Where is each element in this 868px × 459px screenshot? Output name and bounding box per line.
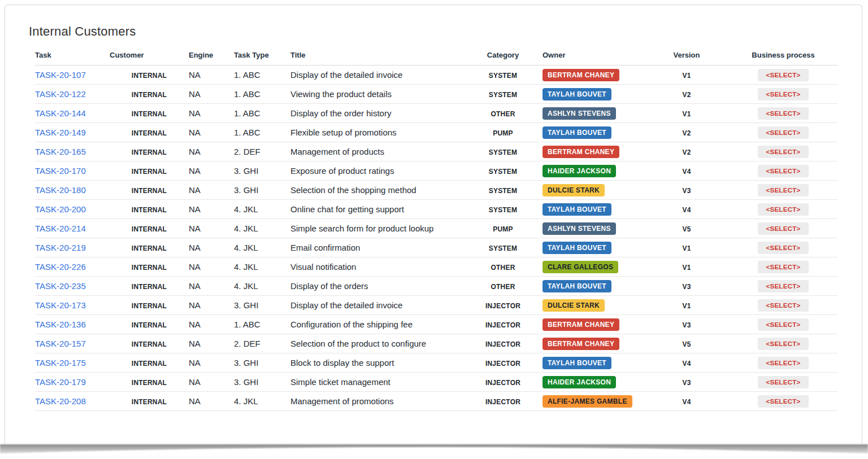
version-label: V1 [682, 244, 691, 252]
cell-version: V2 [644, 123, 729, 142]
task-link[interactable]: TASK-20-214 [35, 224, 86, 233]
title-label: Simple ticket management [290, 377, 390, 387]
business-process-select-button[interactable]: <SELECT> [758, 376, 808, 388]
cell-engine: NA [189, 392, 234, 411]
cell-version: V1 [644, 104, 729, 123]
business-process-select-button[interactable]: <SELECT> [758, 338, 808, 350]
title-label: Viewing the product details [290, 89, 392, 99]
cell-customer: INTERNAL [110, 392, 189, 411]
customer-label: INTERNAL [132, 244, 167, 252]
tasks-table: TaskCustomerEngineTask TypeTitleCategory… [35, 50, 837, 411]
customer-label: INTERNAL [132, 110, 167, 118]
task-link[interactable]: TASK-20-157 [35, 339, 86, 348]
cell-customer: INTERNAL [110, 315, 189, 334]
business-process-select-button[interactable]: <SELECT> [758, 357, 808, 369]
task-link[interactable]: TASK-20-165 [35, 147, 86, 156]
cell-task_type: 4. JKL [234, 200, 290, 219]
customer-label: INTERNAL [132, 148, 167, 156]
task-link[interactable]: TASK-20-208 [35, 396, 86, 406]
cell-task: TASK-20-226 [35, 257, 110, 277]
category-label: PUMP [493, 129, 513, 137]
business-process-select-button[interactable]: <SELECT> [758, 280, 808, 292]
column-header-task: Task [35, 50, 110, 65]
cell-customer: INTERNAL [110, 161, 189, 181]
business-process-select-button[interactable]: <SELECT> [758, 165, 808, 177]
cell-owner: DULCIE STARK [542, 181, 644, 200]
task-link[interactable]: TASK-20-175 [35, 358, 86, 368]
cell-title: Selection of the shopping method [290, 181, 463, 200]
task-link[interactable]: TASK-20-170 [35, 166, 86, 176]
cell-customer: INTERNAL [110, 200, 189, 219]
business-process-select-button[interactable]: <SELECT> [758, 299, 808, 312]
column-header-owner: Owner [542, 50, 644, 65]
category-label: PUMP [493, 225, 513, 233]
owner-badge: ALFIE-JAMES GAMBLE [542, 395, 632, 408]
customer-label: INTERNAL [132, 360, 167, 368]
task-link[interactable]: TASK-20-136 [35, 320, 86, 329]
cell-owner: BERTRAM CHANEY [542, 334, 644, 353]
cell-category: INJECTOR [463, 392, 542, 411]
business-process-select-button[interactable]: <SELECT> [758, 203, 808, 216]
cell-business_process: <SELECT> [729, 104, 837, 123]
business-process-select-button[interactable]: <SELECT> [758, 88, 808, 100]
cell-engine: NA [189, 219, 234, 238]
cell-business_process: <SELECT> [729, 257, 837, 277]
task-link[interactable]: TASK-20-173 [35, 300, 86, 310]
page-background: Internal Customers TaskCustomerEngineTas… [0, 0, 868, 459]
task-link[interactable]: TASK-20-219 [35, 243, 86, 252]
cell-title: Display of the orders [290, 277, 463, 296]
version-label: V3 [682, 187, 691, 195]
business-process-select-button[interactable]: <SELECT> [758, 222, 808, 235]
task-link[interactable]: TASK-20-144 [35, 108, 86, 118]
business-process-select-button[interactable]: <SELECT> [758, 261, 808, 273]
business-process-select-button[interactable]: <SELECT> [758, 107, 808, 120]
business-process-select-button[interactable]: <SELECT> [758, 126, 808, 139]
category-label: INJECTOR [485, 302, 520, 310]
version-label: V3 [682, 379, 691, 387]
version-label: V2 [682, 148, 691, 156]
engine-label: NA [189, 204, 201, 214]
cell-category: PUMP [463, 219, 542, 238]
task-link[interactable]: TASK-20-179 [35, 377, 86, 387]
cell-business_process: <SELECT> [729, 219, 837, 238]
cell-owner: ALFIE-JAMES GAMBLE [542, 392, 644, 411]
cell-version: V3 [644, 277, 729, 296]
column-header-business_process: Business process [729, 50, 837, 65]
title-label: Management of products [290, 147, 384, 156]
cell-owner: BERTRAM CHANEY [542, 142, 644, 161]
cell-version: V1 [644, 257, 729, 277]
cell-title: Management of promotions [290, 392, 463, 411]
column-header-version: Version [644, 50, 729, 65]
report-card: Internal Customers TaskCustomerEngineTas… [5, 5, 862, 444]
cell-title: Visual notification [290, 257, 463, 277]
customer-label: INTERNAL [132, 379, 167, 387]
task-link[interactable]: TASK-20-180 [35, 185, 86, 195]
task-link[interactable]: TASK-20-235 [35, 281, 86, 291]
business-process-select-button[interactable]: <SELECT> [758, 69, 808, 81]
table-row: TASK-20-200INTERNALNA4. JKLOnline chat f… [35, 200, 837, 219]
cell-engine: NA [189, 296, 234, 315]
cell-owner: TAYLAH BOUVET [542, 238, 644, 257]
task-link[interactable]: TASK-20-122 [35, 89, 86, 99]
title-label: Exposure of product ratings [290, 166, 394, 176]
cell-task_type: 3. GHI [234, 296, 290, 315]
business-process-select-button[interactable]: <SELECT> [758, 395, 808, 408]
business-process-select-button[interactable]: <SELECT> [758, 146, 808, 158]
engine-label: NA [189, 396, 201, 406]
task-link[interactable]: TASK-20-107 [35, 70, 86, 80]
category-label: OTHER [491, 110, 515, 118]
owner-badge: BERTRAM CHANEY [542, 69, 619, 81]
task-link[interactable]: TASK-20-149 [35, 128, 86, 137]
cell-task_type: 1. ABC [234, 104, 290, 123]
cell-title: Simple search form for product lookup [290, 219, 463, 238]
task-link[interactable]: TASK-20-200 [35, 204, 86, 214]
task_type-label: 4. JKL [234, 224, 258, 233]
business-process-select-button[interactable]: <SELECT> [758, 318, 808, 331]
task-link[interactable]: TASK-20-226 [35, 262, 86, 272]
cell-customer: INTERNAL [110, 142, 189, 161]
column-header-title: Title [290, 50, 463, 65]
version-label: V4 [682, 360, 691, 368]
business-process-select-button[interactable]: <SELECT> [758, 242, 808, 254]
cell-business_process: <SELECT> [729, 200, 837, 219]
business-process-select-button[interactable]: <SELECT> [758, 184, 808, 196]
